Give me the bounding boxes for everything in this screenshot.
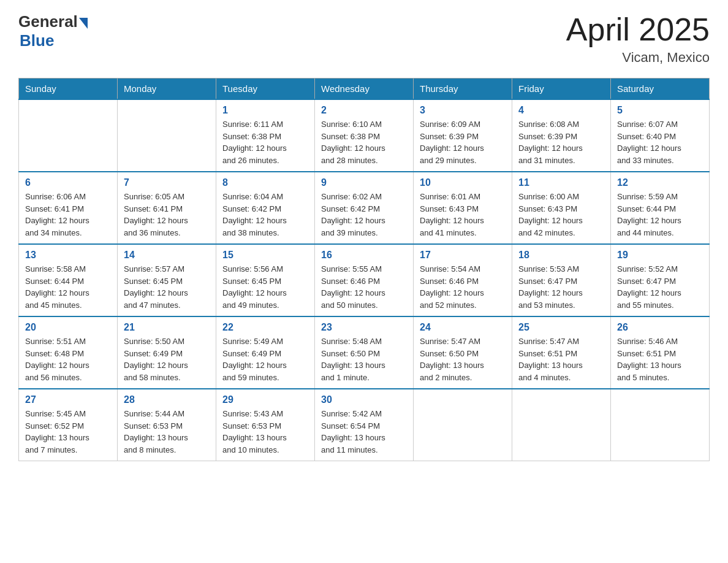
- logo-triangle-icon: [79, 18, 88, 29]
- day-sun-info: Sunrise: 5:55 AMSunset: 6:46 PMDaylight:…: [321, 263, 407, 311]
- day-number: 23: [321, 322, 407, 333]
- calendar-cell: [611, 389, 710, 461]
- day-number: 26: [617, 322, 703, 333]
- day-of-week-header: Tuesday: [216, 79, 315, 100]
- day-sun-info: Sunrise: 6:02 AMSunset: 6:42 PMDaylight:…: [321, 191, 407, 239]
- day-number: 29: [222, 394, 308, 405]
- day-number: 11: [518, 177, 604, 188]
- calendar-cell: 26Sunrise: 5:46 AMSunset: 6:51 PMDayligh…: [611, 316, 710, 389]
- day-of-week-header: Saturday: [611, 79, 710, 100]
- week-row: 13Sunrise: 5:58 AMSunset: 6:44 PMDayligh…: [19, 244, 710, 316]
- calendar-cell: 27Sunrise: 5:45 AMSunset: 6:52 PMDayligh…: [19, 389, 118, 461]
- day-of-week-header: Monday: [118, 79, 216, 100]
- day-number: 21: [124, 322, 210, 333]
- calendar-title: April 2025: [566, 12, 710, 47]
- calendar-header-row: SundayMondayTuesdayWednesdayThursdayFrid…: [19, 79, 710, 100]
- day-sun-info: Sunrise: 6:10 AMSunset: 6:38 PMDaylight:…: [321, 118, 407, 166]
- calendar-cell: 29Sunrise: 5:43 AMSunset: 6:53 PMDayligh…: [216, 389, 315, 461]
- week-row: 1Sunrise: 6:11 AMSunset: 6:38 PMDaylight…: [19, 99, 710, 172]
- day-sun-info: Sunrise: 6:11 AMSunset: 6:38 PMDaylight:…: [222, 118, 308, 166]
- calendar-cell: [414, 389, 512, 461]
- calendar-cell: 1Sunrise: 6:11 AMSunset: 6:38 PMDaylight…: [216, 99, 315, 172]
- week-row: 6Sunrise: 6:06 AMSunset: 6:41 PMDaylight…: [19, 172, 710, 244]
- day-of-week-header: Sunday: [19, 79, 118, 100]
- calendar-cell: 19Sunrise: 5:52 AMSunset: 6:47 PMDayligh…: [611, 244, 710, 316]
- title-block: April 2025 Vicam, Mexico: [566, 12, 710, 66]
- calendar-cell: 15Sunrise: 5:56 AMSunset: 6:45 PMDayligh…: [216, 244, 315, 316]
- day-sun-info: Sunrise: 5:44 AMSunset: 6:53 PMDaylight:…: [124, 408, 210, 456]
- week-row: 20Sunrise: 5:51 AMSunset: 6:48 PMDayligh…: [19, 316, 710, 389]
- week-row: 27Sunrise: 5:45 AMSunset: 6:52 PMDayligh…: [19, 389, 710, 461]
- day-number: 6: [25, 177, 111, 188]
- day-sun-info: Sunrise: 5:43 AMSunset: 6:53 PMDaylight:…: [222, 408, 308, 456]
- day-sun-info: Sunrise: 5:50 AMSunset: 6:49 PMDaylight:…: [124, 335, 210, 383]
- day-number: 9: [321, 177, 407, 188]
- day-number: 16: [321, 250, 407, 261]
- calendar-cell: 13Sunrise: 5:58 AMSunset: 6:44 PMDayligh…: [19, 244, 118, 316]
- calendar-cell: [118, 99, 216, 172]
- calendar-cell: 24Sunrise: 5:47 AMSunset: 6:50 PMDayligh…: [414, 316, 512, 389]
- day-number: 10: [420, 177, 506, 188]
- day-sun-info: Sunrise: 6:09 AMSunset: 6:39 PMDaylight:…: [420, 118, 506, 166]
- calendar-cell: 21Sunrise: 5:50 AMSunset: 6:49 PMDayligh…: [118, 316, 216, 389]
- day-sun-info: Sunrise: 6:00 AMSunset: 6:43 PMDaylight:…: [518, 191, 604, 239]
- day-number: 7: [124, 177, 210, 188]
- logo-general-text: General: [18, 12, 78, 31]
- day-sun-info: Sunrise: 5:48 AMSunset: 6:50 PMDaylight:…: [321, 335, 407, 383]
- calendar-table: SundayMondayTuesdayWednesdayThursdayFrid…: [18, 78, 710, 461]
- day-sun-info: Sunrise: 5:49 AMSunset: 6:49 PMDaylight:…: [222, 335, 308, 383]
- day-of-week-header: Thursday: [414, 79, 512, 100]
- day-sun-info: Sunrise: 5:42 AMSunset: 6:54 PMDaylight:…: [321, 408, 407, 456]
- calendar-cell: 11Sunrise: 6:00 AMSunset: 6:43 PMDayligh…: [512, 172, 611, 244]
- day-of-week-header: Friday: [512, 79, 611, 100]
- day-number: 24: [420, 322, 506, 333]
- day-sun-info: Sunrise: 5:57 AMSunset: 6:45 PMDaylight:…: [124, 263, 210, 311]
- day-sun-info: Sunrise: 5:47 AMSunset: 6:50 PMDaylight:…: [420, 335, 506, 383]
- calendar-cell: 3Sunrise: 6:09 AMSunset: 6:39 PMDaylight…: [414, 99, 512, 172]
- calendar-cell: 22Sunrise: 5:49 AMSunset: 6:49 PMDayligh…: [216, 316, 315, 389]
- calendar-cell: 17Sunrise: 5:54 AMSunset: 6:46 PMDayligh…: [414, 244, 512, 316]
- logo: General Blue: [18, 12, 88, 50]
- calendar-cell: 4Sunrise: 6:08 AMSunset: 6:39 PMDaylight…: [512, 99, 611, 172]
- calendar-cell: 23Sunrise: 5:48 AMSunset: 6:50 PMDayligh…: [315, 316, 414, 389]
- calendar-cell: 18Sunrise: 5:53 AMSunset: 6:47 PMDayligh…: [512, 244, 611, 316]
- calendar-cell: [512, 389, 611, 461]
- day-sun-info: Sunrise: 6:07 AMSunset: 6:40 PMDaylight:…: [617, 118, 703, 166]
- day-number: 18: [518, 250, 604, 261]
- day-number: 12: [617, 177, 703, 188]
- calendar-cell: 2Sunrise: 6:10 AMSunset: 6:38 PMDaylight…: [315, 99, 414, 172]
- day-sun-info: Sunrise: 5:54 AMSunset: 6:46 PMDaylight:…: [420, 263, 506, 311]
- day-number: 20: [25, 322, 111, 333]
- calendar-cell: 12Sunrise: 5:59 AMSunset: 6:44 PMDayligh…: [611, 172, 710, 244]
- calendar-cell: 14Sunrise: 5:57 AMSunset: 6:45 PMDayligh…: [118, 244, 216, 316]
- day-sun-info: Sunrise: 6:04 AMSunset: 6:42 PMDaylight:…: [222, 191, 308, 239]
- calendar-cell: 8Sunrise: 6:04 AMSunset: 6:42 PMDaylight…: [216, 172, 315, 244]
- day-sun-info: Sunrise: 5:53 AMSunset: 6:47 PMDaylight:…: [518, 263, 604, 311]
- calendar-cell: 16Sunrise: 5:55 AMSunset: 6:46 PMDayligh…: [315, 244, 414, 316]
- calendar-cell: 9Sunrise: 6:02 AMSunset: 6:42 PMDaylight…: [315, 172, 414, 244]
- day-number: 14: [124, 250, 210, 261]
- calendar-cell: [19, 99, 118, 172]
- day-number: 8: [222, 177, 308, 188]
- calendar-cell: 6Sunrise: 6:06 AMSunset: 6:41 PMDaylight…: [19, 172, 118, 244]
- day-number: 5: [617, 105, 703, 116]
- day-number: 2: [321, 105, 407, 116]
- calendar-cell: 10Sunrise: 6:01 AMSunset: 6:43 PMDayligh…: [414, 172, 512, 244]
- day-sun-info: Sunrise: 5:46 AMSunset: 6:51 PMDaylight:…: [617, 335, 703, 383]
- calendar-location: Vicam, Mexico: [566, 50, 710, 66]
- day-sun-info: Sunrise: 5:58 AMSunset: 6:44 PMDaylight:…: [25, 263, 111, 311]
- calendar-cell: 28Sunrise: 5:44 AMSunset: 6:53 PMDayligh…: [118, 389, 216, 461]
- calendar-cell: 30Sunrise: 5:42 AMSunset: 6:54 PMDayligh…: [315, 389, 414, 461]
- day-number: 3: [420, 105, 506, 116]
- day-number: 30: [321, 394, 407, 405]
- day-number: 22: [222, 322, 308, 333]
- day-of-week-header: Wednesday: [315, 79, 414, 100]
- day-number: 17: [420, 250, 506, 261]
- day-sun-info: Sunrise: 5:47 AMSunset: 6:51 PMDaylight:…: [518, 335, 604, 383]
- day-number: 27: [25, 394, 111, 405]
- day-sun-info: Sunrise: 5:52 AMSunset: 6:47 PMDaylight:…: [617, 263, 703, 311]
- day-sun-info: Sunrise: 5:56 AMSunset: 6:45 PMDaylight:…: [222, 263, 308, 311]
- day-sun-info: Sunrise: 6:05 AMSunset: 6:41 PMDaylight:…: [124, 191, 210, 239]
- day-sun-info: Sunrise: 6:08 AMSunset: 6:39 PMDaylight:…: [518, 118, 604, 166]
- day-number: 28: [124, 394, 210, 405]
